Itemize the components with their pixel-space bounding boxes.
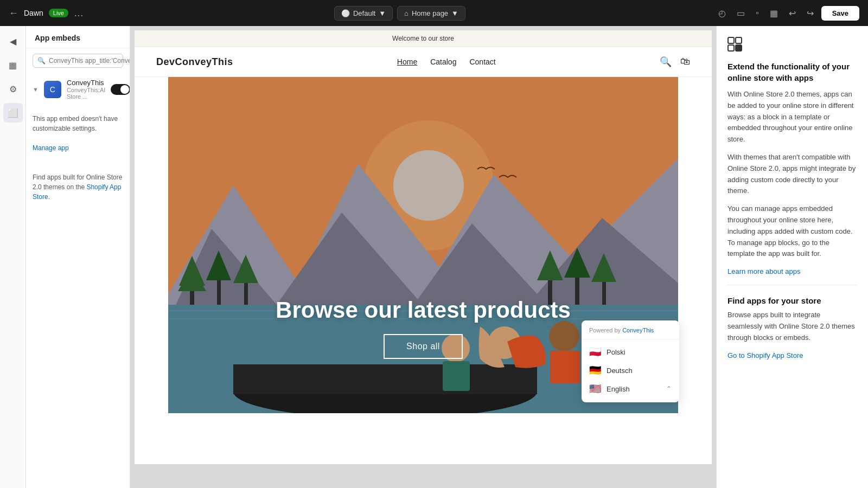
shop-all-button[interactable]: Shop all: [384, 334, 463, 359]
main-layout: ◀ ▦ ⚙ ⬜ App embeds 🔍 ▼ C ConveyThis: [0, 26, 868, 488]
find-apps-text: Browse apps built to integrate seamlessl…: [727, 310, 857, 343]
nav-home[interactable]: Home: [397, 57, 417, 66]
us-flag: 🇺🇸: [589, 383, 601, 395]
svg-rect-23: [233, 364, 537, 394]
sidebar-icons: ◀ ▦ ⚙ ⬜: [0, 26, 26, 488]
preview-scroll[interactable]: Welcome to our store DevConveyThis Home …: [130, 26, 716, 488]
sidebar-main: ◀ ▦ ⚙ ⬜ App embeds 🔍 ▼ C ConveyThis: [0, 26, 130, 488]
globe-icon: ⚪: [341, 9, 350, 17]
store-nav-icons: 🔍 🛍: [660, 56, 690, 68]
preview-area: Welcome to our store DevConveyThis Home …: [130, 26, 716, 488]
language-popup: Powered by ConveyThis 🇵🇱 Polski 🇩🇪 Deuts…: [582, 320, 679, 402]
find-apps-title: Find apps for your store: [727, 296, 857, 305]
store-nav-links: Home Catalog Contact: [397, 57, 496, 66]
top-bar-center: ⚪ Default ▼ ⌂ Home page ▼: [91, 6, 709, 21]
svg-rect-29: [728, 37, 734, 43]
left-sidebar: ◀ ▦ ⚙ ⬜ App embeds 🔍 ▼ C ConveyThis: [0, 26, 130, 488]
german-flag: 🇩🇪: [589, 364, 601, 376]
convey-this-link[interactable]: ConveyThis: [622, 327, 654, 333]
lang-label-polski: Polski: [607, 348, 626, 356]
right-panel-text3: You can manage apps embedded throughout …: [727, 203, 857, 260]
lang-item-english[interactable]: 🇺🇸 English ⌃: [582, 380, 679, 398]
lang-label-deutsch: Deutsch: [607, 367, 633, 375]
toggle-knob: [120, 85, 129, 94]
right-panel-title: Extend the functionality of your online …: [727, 61, 857, 84]
top-bar-left: ← Dawn Live …: [9, 8, 85, 19]
go-to-shopify-link[interactable]: Go to Shopify App Store: [727, 351, 803, 359]
panel-title: App embeds: [26, 26, 130, 48]
homepage-label: Home page: [412, 9, 448, 17]
top-bar: ← Dawn Live … ⚪ Default ▼ ⌂ Home page ▼ …: [0, 0, 868, 26]
grid-icon[interactable]: ▦: [767, 6, 781, 21]
right-panel: Extend the functionality of your online …: [716, 26, 868, 488]
svg-rect-28: [443, 361, 470, 391]
divider: [727, 285, 857, 285]
store-nav: DevConveyThis Home Catalog Contact 🔍 🛍: [135, 47, 712, 77]
apps-icon: [727, 37, 743, 52]
learn-more-link[interactable]: Learn more about apps: [727, 267, 800, 275]
polish-flag: 🇵🇱: [589, 346, 601, 358]
default-dropdown[interactable]: ⚪ Default ▼: [334, 6, 393, 21]
top-bar-right: ◴ ▭ ▫ ▦ ↩ ↪ Save: [715, 6, 859, 21]
search-icon: 🔍: [37, 57, 46, 65]
find-apps-text: Find apps built for Online Store 2.0 the…: [26, 162, 130, 206]
mobile-icon[interactable]: ▫: [752, 6, 762, 20]
search-box[interactable]: 🔍: [33, 54, 123, 68]
collapse-icon[interactable]: ▼: [33, 86, 39, 93]
manage-app-link[interactable]: Manage app: [33, 144, 69, 152]
desktop-icon[interactable]: ◴: [715, 6, 729, 21]
announcement-bar: Welcome to our store: [135, 30, 712, 47]
app-icon: C: [44, 81, 61, 98]
svg-rect-31: [728, 45, 734, 51]
nav-catalog[interactable]: Catalog: [430, 57, 456, 66]
chevron-down-icon: ▼: [379, 9, 386, 17]
home-icon: ⌂: [404, 9, 409, 17]
right-panel-text1: With Online Store 2.0 themes, apps can b…: [727, 89, 857, 145]
lang-left-english: 🇺🇸 English: [589, 383, 630, 395]
app-embeds-panel: App embeds 🔍 ▼ C ConveyThis ConveyThis:A…: [26, 26, 130, 488]
right-panel-icon: [727, 37, 857, 52]
svg-point-2: [393, 150, 464, 221]
preview-frame: Welcome to our store DevConveyThis Home …: [135, 30, 712, 464]
cart-icon[interactable]: 🛍: [680, 56, 690, 68]
app-item: ▼ C ConveyThis ConveyThis:AI Store ...: [26, 73, 130, 105]
right-panel-text2: With themes that aren't compatible with …: [727, 152, 857, 197]
hero-title: Browse our latest products: [135, 297, 712, 323]
save-button[interactable]: Save: [821, 6, 859, 21]
app-toggle[interactable]: [111, 84, 130, 95]
sidebar-icon-sections[interactable]: ▦: [3, 55, 23, 75]
app-info: ConveyThis ConveyThis:AI Store ...: [67, 79, 106, 100]
sidebar-icon-navigate[interactable]: ◀: [3, 31, 23, 51]
default-label: Default: [353, 9, 375, 17]
more-button[interactable]: …: [74, 8, 85, 19]
no-settings-text: This app embed doesn't have customizable…: [26, 105, 130, 162]
homepage-dropdown[interactable]: ⌂ Home page ▼: [397, 6, 465, 21]
redo-icon[interactable]: ↪: [803, 6, 817, 21]
search-input[interactable]: [49, 57, 130, 65]
nav-contact[interactable]: Contact: [469, 57, 495, 66]
lang-item-deutsch[interactable]: 🇩🇪 Deutsch: [582, 361, 679, 380]
lang-label-english: English: [607, 385, 630, 393]
app-name: ConveyThis: [67, 79, 106, 87]
lang-item-polski[interactable]: 🇵🇱 Polski: [582, 343, 679, 361]
chevron-down-icon2: ▼: [451, 9, 458, 17]
store-logo: DevConveyThis: [156, 56, 233, 68]
powered-by: Powered by ConveyThis: [582, 327, 679, 339]
undo-icon[interactable]: ↩: [786, 6, 799, 21]
svg-rect-30: [736, 37, 742, 43]
svg-rect-32: [736, 45, 742, 51]
live-badge: Live: [49, 9, 68, 17]
app-subtitle: ConveyThis:AI Store ...: [67, 87, 106, 100]
sidebar-icon-settings[interactable]: ⚙: [3, 79, 23, 99]
back-button[interactable]: ←: [9, 8, 18, 19]
store-name: Dawn: [24, 9, 43, 17]
hero-image: Browse our latest products Shop all Powe…: [135, 77, 712, 413]
chevron-up-icon: ⌃: [666, 385, 672, 393]
tablet-icon[interactable]: ▭: [733, 6, 748, 21]
search-icon-store[interactable]: 🔍: [660, 56, 672, 68]
sidebar-icon-apps[interactable]: ⬜: [3, 103, 23, 123]
